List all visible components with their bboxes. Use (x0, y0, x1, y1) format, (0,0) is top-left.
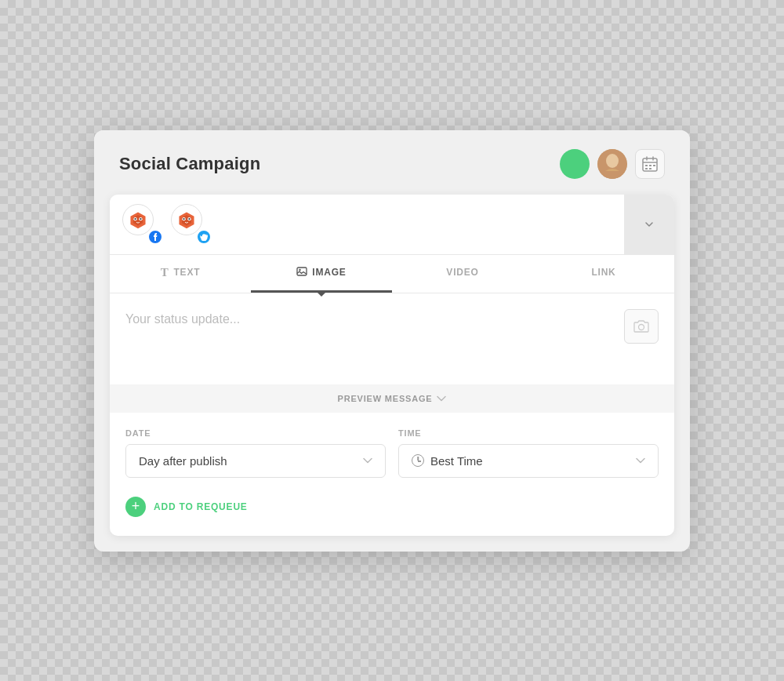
avatar[interactable] (597, 149, 627, 179)
tab-image[interactable]: IMAGE (251, 255, 392, 293)
svg-point-16 (134, 218, 136, 220)
clock-icon (412, 454, 424, 467)
link-tab-label: LINK (591, 267, 615, 278)
video-tab-label: VIDEO (446, 267, 478, 278)
date-label: DATE (125, 428, 386, 438)
svg-rect-24 (297, 268, 307, 275)
svg-point-23 (188, 218, 190, 220)
image-tab-icon (296, 267, 307, 279)
header-actions (560, 149, 665, 179)
tab-text[interactable]: T TEXT (110, 255, 251, 293)
text-tab-icon: T (161, 266, 169, 279)
svg-rect-11 (649, 168, 652, 169)
preview-bar[interactable]: PREVIEW MESSAGE (110, 384, 674, 413)
text-tab-label: TEXT (173, 267, 200, 278)
svg-rect-10 (645, 168, 648, 169)
header: Social Campaign (94, 130, 690, 195)
svg-point-26 (639, 324, 644, 330)
time-value: Best Time (430, 454, 483, 468)
status-update-input[interactable]: Your status update... (125, 309, 624, 326)
time-label: TIME (398, 428, 659, 438)
svg-point-25 (299, 268, 301, 270)
image-tab-label: IMAGE (312, 267, 346, 278)
svg-point-17 (140, 218, 141, 220)
hootsuite-twitter-logo (171, 204, 202, 235)
date-value: Day after publish (139, 454, 227, 468)
social-account-twitter[interactable] (171, 204, 212, 245)
svg-rect-9 (653, 165, 655, 166)
social-accounts-list (110, 195, 624, 254)
expand-accounts-button[interactable] (624, 195, 674, 254)
hootsuite-facebook-logo (122, 204, 154, 235)
requeue-section: + ADD TO REQUEUE (110, 497, 674, 536)
time-select[interactable]: Best Time (398, 444, 659, 478)
status-indicator[interactable] (560, 149, 590, 179)
twitter-badge (196, 229, 212, 245)
time-field: TIME Best Time (398, 428, 659, 478)
social-account-facebook[interactable] (122, 204, 163, 245)
time-select-inner: Best Time (412, 454, 483, 468)
content-tabs: T TEXT IMAGE VIDEO LINK (110, 255, 674, 293)
requeue-label[interactable]: ADD TO REQUEUE (154, 501, 248, 512)
app-window: Social Campaign (94, 130, 690, 552)
page-title: Social Campaign (119, 154, 260, 174)
tab-link[interactable]: LINK (533, 255, 674, 293)
preview-label: PREVIEW MESSAGE (338, 394, 433, 403)
facebook-badge (147, 229, 163, 245)
datetime-row: DATE Day after publish TIME Best Time (125, 428, 659, 478)
svg-rect-8 (649, 165, 652, 166)
main-card: T TEXT IMAGE VIDEO LINK (110, 195, 674, 536)
svg-rect-7 (645, 165, 648, 166)
datetime-section: DATE Day after publish TIME Best Time (110, 413, 674, 497)
date-select[interactable]: Day after publish (125, 444, 386, 478)
svg-point-22 (183, 218, 184, 220)
add-requeue-button[interactable]: + (125, 497, 146, 517)
calendar-button[interactable] (635, 149, 665, 179)
tab-video[interactable]: VIDEO (392, 255, 533, 293)
svg-point-1 (606, 154, 619, 168)
message-area: Your status update... (110, 293, 674, 372)
social-bar (110, 195, 674, 255)
date-field: DATE Day after publish (125, 428, 386, 478)
camera-button[interactable] (624, 309, 659, 344)
